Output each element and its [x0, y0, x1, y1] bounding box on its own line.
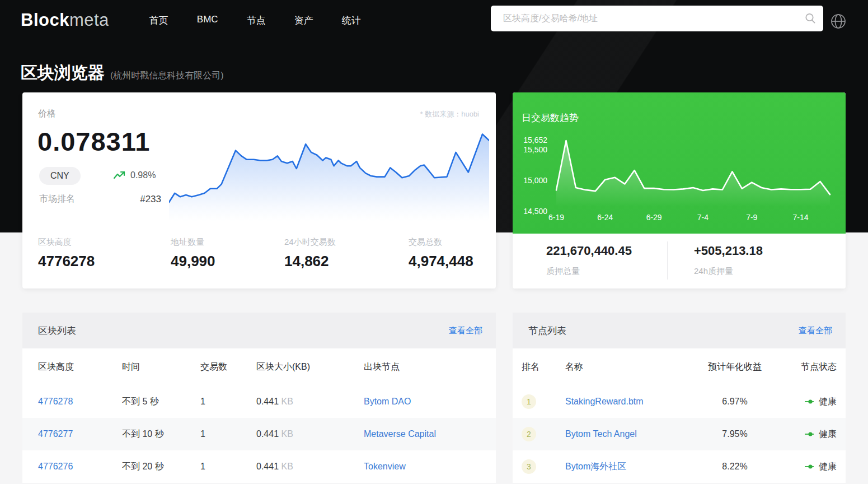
main-nav: 首页 BMC 节点 资产 统计	[149, 14, 361, 27]
stat-total-tx: 交易总数 4,974,448	[409, 237, 485, 270]
trend-y-tick-label: 15,500	[513, 145, 547, 154]
nav-item-home[interactable]: 首页	[149, 14, 168, 27]
col-header-txs: 交易数	[200, 361, 256, 373]
node-name-link[interactable]: StakingReward.btm	[565, 397, 644, 406]
staking-24h: +505,213.18 24h质押量	[694, 244, 763, 277]
block-table-row: 4776278 不到 5 秒 1 0.441 KB Bytom DAO	[22, 385, 496, 418]
col-header-rank: 排名	[522, 361, 565, 373]
price-card: 价格 * 数据来源：huobi 0.078311 CNY 0.98% 市场排名 …	[22, 92, 496, 288]
staking-24h-label: 24h质押量	[694, 266, 763, 277]
block-txs: 1	[200, 429, 256, 439]
price-value: 0.078311	[37, 126, 150, 157]
search-input[interactable]	[491, 6, 797, 31]
col-header-node: 出块节点	[364, 361, 496, 373]
rank-badge: 2	[522, 427, 536, 441]
node-status: 健康	[780, 396, 846, 408]
nav-item-bmc[interactable]: BMC	[197, 14, 218, 27]
trend-x-tick-label: 6-24	[591, 213, 619, 222]
block-size: 0.441	[256, 462, 279, 471]
price-label: 价格	[38, 108, 56, 120]
stat-block-height: 区块高度 4776278	[38, 237, 171, 270]
block-txs: 1	[200, 462, 256, 472]
logo-light-part: meta	[69, 10, 109, 30]
trend-chart-panel: 日交易数趋势 15,65215,50015,00014,500 6-196-24…	[513, 92, 846, 234]
trend-chart-plot	[552, 136, 834, 216]
block-time: 不到 10 秒	[122, 429, 200, 440]
staking-24h-value: +505,213.18	[694, 244, 763, 258]
col-header-time: 时间	[122, 361, 200, 373]
stat-label: 交易总数	[409, 237, 485, 248]
node-name-link[interactable]: Bytom海外社区	[565, 462, 626, 471]
block-table-row: 4776276 不到 20 秒 1 0.441 KB Tokenview	[22, 450, 496, 483]
market-rank: 市场排名 #233	[39, 193, 161, 205]
vertical-divider	[667, 241, 668, 280]
staking-total: 221,670,440.45 质押总量	[546, 244, 632, 277]
nav-item-stats[interactable]: 统计	[342, 14, 361, 27]
trend-chart-title: 日交易数趋势	[522, 111, 579, 124]
nav-item-assets[interactable]: 资产	[294, 14, 313, 27]
top-navigation-bar: Blockmeta 首页 BMC 节点 资产 统计	[0, 0, 868, 40]
stat-label: 区块高度	[38, 237, 171, 248]
node-status: 健康	[780, 461, 846, 473]
status-healthy-icon	[804, 431, 814, 437]
block-height-link[interactable]: 4776276	[38, 462, 73, 471]
currency-pill[interactable]: CNY	[39, 167, 81, 185]
block-table: 区块高度 时间 交易数 区块大小(KB) 出块节点 4776278 不到 5 秒…	[22, 348, 496, 483]
col-header-status: 节点状态	[780, 361, 846, 373]
trend-y-tick-label: 15,652	[513, 136, 547, 145]
node-status: 健康	[780, 429, 846, 440]
search-icon[interactable]	[797, 6, 823, 31]
node-name-link[interactable]: Bytom Tech Angel	[565, 429, 637, 439]
rank-badge: 1	[522, 394, 536, 409]
trend-y-tick-label: 15,000	[513, 176, 547, 185]
stat-value: 4,974,448	[409, 253, 485, 270]
block-size: 0.441	[256, 397, 279, 406]
price-trend-chart	[169, 131, 489, 224]
daily-tx-trend-card: 日交易数趋势 15,65215,50015,00014,500 6-196-24…	[513, 92, 846, 288]
block-list-view-all-link[interactable]: 查看全部	[449, 325, 482, 336]
node-table-header-row: 排名 名称 预计年化收益 节点状态	[513, 348, 846, 385]
block-table-header-row: 区块高度 时间 交易数 区块大小(KB) 出块节点	[22, 348, 496, 385]
node-status-text: 健康	[819, 461, 837, 473]
col-header-size: 区块大小(KB)	[256, 361, 364, 373]
block-txs: 1	[200, 397, 256, 407]
block-time: 不到 20 秒	[122, 461, 200, 473]
node-list-view-all-link[interactable]: 查看全部	[799, 325, 832, 336]
staking-stats: 221,670,440.45 质押总量 +505,213.18 24h质押量	[513, 234, 846, 288]
logo-bold-part: Block	[21, 10, 69, 30]
block-node-link[interactable]: Bytom DAO	[364, 397, 411, 406]
col-header-yield: 预计年化收益	[690, 361, 780, 373]
status-healthy-icon	[804, 464, 814, 469]
nav-item-nodes[interactable]: 节点	[247, 14, 266, 27]
node-yield: 7.95%	[690, 429, 780, 439]
globe-language-icon[interactable]	[830, 13, 847, 30]
trend-x-tick-label: 7-4	[689, 213, 717, 222]
stat-value: 49,990	[171, 253, 284, 270]
block-size-unit: KB	[281, 462, 293, 471]
block-list-header: 区块列表 查看全部	[22, 313, 496, 348]
price-change-value: 0.98%	[130, 170, 156, 180]
page-title: 区块浏览器	[21, 62, 105, 85]
node-table: 排名 名称 预计年化收益 节点状态 1 StakingReward.btm 6.…	[513, 348, 846, 483]
node-yield: 6.97%	[690, 397, 780, 407]
market-rank-label: 市场排名	[39, 193, 75, 205]
trend-x-tick-label: 7-14	[787, 213, 815, 222]
node-table-row: 3 Bytom海外社区 8.22% 健康	[513, 450, 846, 483]
search-box	[491, 6, 823, 31]
staking-total-label: 质押总量	[546, 266, 632, 277]
data-source-note: * 数据来源：huobi	[420, 109, 479, 119]
block-node-link[interactable]: Metaverse Capital	[364, 429, 436, 439]
trend-x-tick-label: 6-19	[542, 213, 570, 222]
block-node-link[interactable]: Tokenview	[364, 462, 406, 471]
brand-logo[interactable]: Blockmeta	[21, 10, 109, 30]
block-height-link[interactable]: 4776278	[38, 397, 73, 406]
node-list-header: 节点列表 查看全部	[513, 313, 846, 348]
trend-x-tick-label: 6-29	[640, 213, 668, 222]
stat-address-count: 地址数量 49,990	[171, 237, 284, 270]
col-header-height: 区块高度	[38, 361, 122, 373]
stat-24h-tx: 24小时交易数 14,862	[284, 237, 409, 270]
stat-value: 4776278	[38, 253, 171, 270]
block-size: 0.441	[256, 429, 279, 439]
block-height-link[interactable]: 4776277	[38, 429, 73, 439]
node-list-section: 节点列表 查看全部 排名 名称 预计年化收益 节点状态 1 StakingRew…	[513, 313, 846, 483]
